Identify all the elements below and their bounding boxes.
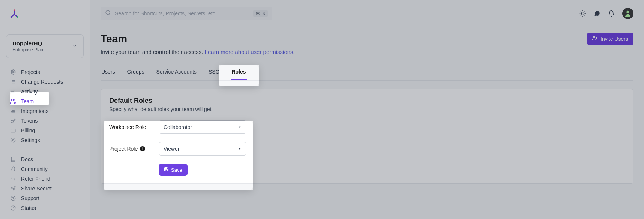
permissions-link[interactable]: Learn more about user permissions. (205, 49, 295, 55)
logo[interactable] (9, 9, 20, 20)
bell-icon[interactable] (608, 10, 615, 17)
workplace-role-value: Collaborator (164, 124, 192, 130)
svg-point-2 (17, 16, 18, 18)
tab-sso[interactable]: SSO (208, 64, 221, 80)
svg-point-0 (14, 9, 15, 11)
sidebar-item-support[interactable]: Support (6, 194, 84, 203)
page-subtitle: Invite your team and control their acces… (101, 49, 633, 55)
sidebar-item-label: Status (21, 205, 36, 211)
sidebar-item-label: Refer Friend (21, 176, 50, 182)
search-input[interactable]: Search for Shortcuts, Projects, Secrets,… (101, 7, 272, 20)
key-icon (10, 118, 17, 123)
svg-point-32 (626, 10, 629, 13)
page-title: Team (101, 33, 127, 45)
sidebar-item-projects[interactable]: Projects (6, 67, 84, 77)
sidebar-item-label: Support (21, 195, 39, 201)
svg-line-31 (585, 11, 585, 12)
org-plan: Enterprise Plan (12, 47, 43, 52)
primary-nav: Projects Change Requests Activity Team I… (6, 67, 84, 145)
list-icon (10, 79, 17, 84)
caret-down-icon (238, 146, 242, 152)
avatar[interactable] (622, 8, 633, 19)
chat-icon[interactable] (594, 10, 600, 17)
users-icon (10, 98, 17, 104)
subtitle-text: Invite your team and control their acces… (101, 49, 205, 55)
panel-subtitle: Specify what default roles your team wil… (109, 106, 625, 112)
project-role-value: Viewer (164, 146, 180, 152)
sidebar-item-activity[interactable]: Activity (6, 87, 84, 96)
sidebar-item-label: Share Secret (21, 186, 52, 192)
panel-title: Default Roles (109, 97, 625, 105)
invite-users-label: Invite Users (600, 36, 628, 42)
svg-point-13 (11, 99, 13, 101)
workplace-role-label: Workplace Role (109, 124, 159, 130)
sidebar-item-label: Projects (21, 69, 40, 75)
default-roles-panel: Default Roles Specify what default roles… (101, 89, 633, 184)
sidebar-item-billing[interactable]: Billing (6, 126, 84, 135)
sidebar-item-refer[interactable]: Refer Friend (6, 174, 84, 184)
svg-rect-14 (11, 129, 15, 132)
sidebar-item-label: Community (21, 166, 48, 172)
sidebar-item-label: Activity (21, 88, 38, 94)
svg-point-3 (12, 71, 14, 73)
wallet-icon (10, 128, 17, 133)
info-icon[interactable]: i (140, 146, 145, 152)
sidebar-item-label: Change Requests (21, 79, 63, 85)
save-icon (164, 167, 169, 173)
sidebar-item-label: Team (21, 98, 34, 104)
gear-icon (10, 69, 17, 75)
tabs: Users Groups Service Accounts SSO Roles (101, 64, 633, 81)
project-role-label: Project Role i (109, 146, 159, 152)
secondary-nav: Docs Community Refer Friend Share Secret… (6, 154, 84, 213)
project-role-select[interactable]: Viewer (159, 142, 246, 156)
project-role-label-text: Project Role (109, 146, 138, 152)
svg-line-30 (581, 15, 581, 15)
svg-line-27 (585, 15, 585, 15)
sidebar-item-integrations[interactable]: Integrations (6, 106, 84, 116)
sidebar-item-label: Integrations (21, 108, 48, 114)
sidebar-item-label: Tokens (21, 118, 38, 124)
svg-line-26 (581, 11, 581, 12)
caret-down-icon (238, 124, 242, 130)
svg-point-33 (593, 36, 595, 38)
search-placeholder: Search for Shortcuts, Projects, Secrets,… (115, 10, 249, 16)
sidebar-item-docs[interactable]: Docs (6, 154, 84, 164)
sidebar-item-team[interactable]: Team (6, 96, 84, 106)
sidebar-item-label: Billing (21, 128, 35, 134)
save-label: Save (171, 167, 182, 173)
sidebar-item-community[interactable]: Community (6, 164, 84, 174)
svg-marker-36 (239, 127, 241, 128)
org-switcher[interactable]: DopplerHQ Enterprise Plan (6, 34, 84, 58)
gear-icon (10, 138, 17, 143)
nav-divider (6, 150, 84, 150)
sidebar-item-settings[interactable]: Settings (6, 135, 84, 145)
theme-toggle-icon[interactable] (579, 10, 586, 17)
invite-users-button[interactable]: Invite Users (587, 33, 633, 45)
svg-point-21 (106, 10, 110, 15)
search-icon (105, 10, 111, 17)
chevron-down-icon (72, 43, 77, 50)
org-name: DopplerHQ (12, 40, 43, 46)
peace-icon (10, 166, 17, 172)
sidebar-item-label: Settings (21, 137, 40, 143)
svg-point-23 (581, 12, 584, 15)
help-icon (10, 196, 17, 201)
tab-roles[interactable]: Roles (231, 64, 246, 80)
svg-line-22 (109, 14, 110, 15)
search-kbd: ⌘+K (253, 10, 268, 17)
cloud-icon (10, 108, 17, 114)
tab-groups[interactable]: Groups (126, 64, 145, 80)
user-plus-icon (592, 36, 597, 42)
menu-icon (10, 89, 17, 94)
workplace-role-select[interactable]: Collaborator (159, 120, 246, 134)
save-button[interactable]: Save (159, 164, 188, 176)
sidebar-item-change-requests[interactable]: Change Requests (6, 77, 84, 87)
sidebar-item-share-secret[interactable]: Share Secret (6, 184, 84, 194)
tab-service-accounts[interactable]: Service Accounts (155, 64, 197, 80)
book-icon (10, 157, 17, 162)
sidebar-item-status[interactable]: Status (6, 203, 84, 213)
tab-users[interactable]: Users (101, 64, 116, 80)
sidebar-item-tokens[interactable]: Tokens (6, 116, 84, 126)
svg-point-15 (12, 140, 14, 141)
sidebar-item-label: Docs (21, 156, 33, 162)
